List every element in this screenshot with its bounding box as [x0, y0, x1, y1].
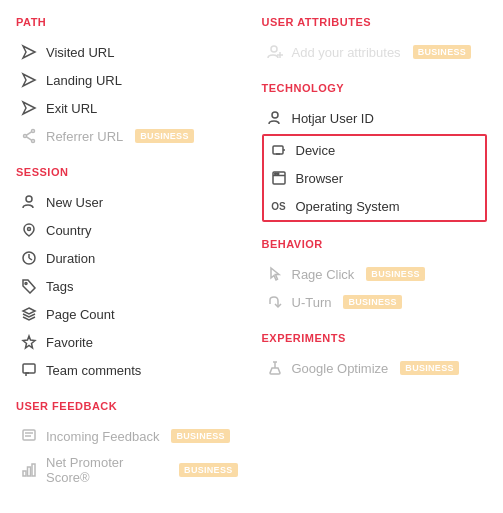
path-section-title: PATH — [16, 16, 242, 28]
comment-icon — [20, 361, 38, 379]
session-section-title: SESSION — [16, 166, 242, 178]
experiments-section: Google Optimize BUSINESS — [262, 354, 488, 382]
person-icon-2 — [266, 109, 284, 127]
incoming-feedback-item: Incoming Feedback BUSINESS — [16, 422, 242, 450]
feedback-icon — [20, 427, 38, 445]
team-comments-label: Team comments — [46, 363, 141, 378]
add-attributes-item: Add your attributes BUSINESS — [262, 38, 488, 66]
google-optimize-item: Google Optimize BUSINESS — [262, 354, 488, 382]
rage-click-label: Rage Click — [292, 267, 355, 282]
referrer-url-item: Referrer URL BUSINESS — [16, 122, 242, 150]
tags-item[interactable]: Tags — [16, 272, 242, 300]
referrer-url-label: Referrer URL — [46, 129, 123, 144]
svg-line-12 — [29, 258, 32, 260]
operating-system-label: Operating System — [296, 199, 400, 214]
hotjar-user-id-item[interactable]: Hotjar User ID — [262, 104, 488, 132]
uturn-icon — [266, 293, 284, 311]
svg-marker-1 — [23, 74, 35, 86]
svg-point-9 — [28, 228, 31, 231]
chart-icon — [20, 461, 38, 479]
incoming-feedback-badge: BUSINESS — [171, 429, 229, 443]
visited-url-item[interactable]: Visited URL — [16, 38, 242, 66]
country-label: Country — [46, 223, 92, 238]
svg-point-26 — [272, 112, 278, 118]
clock-icon — [20, 249, 38, 267]
google-optimize-label: Google Optimize — [292, 361, 389, 376]
team-comments-item[interactable]: Team comments — [16, 356, 242, 384]
google-optimize-badge: BUSINESS — [400, 361, 458, 375]
tags-label: Tags — [46, 279, 73, 294]
svg-marker-0 — [23, 46, 35, 58]
svg-point-5 — [32, 140, 35, 143]
share-icon — [20, 127, 38, 145]
svg-point-32 — [274, 173, 276, 175]
landing-url-item[interactable]: Landing URL — [16, 66, 242, 94]
hotjar-user-id-label: Hotjar User ID — [292, 111, 374, 126]
duration-item[interactable]: Duration — [16, 244, 242, 272]
svg-rect-27 — [273, 146, 283, 154]
navigate-icon-3 — [20, 99, 38, 117]
svg-point-3 — [32, 130, 35, 133]
browser-item[interactable]: Browser — [264, 164, 486, 192]
svg-point-13 — [25, 283, 27, 285]
path-section: Visited URL Landing URL Exit URL — [16, 38, 242, 150]
behavior-section-title: BEHAVIOR — [262, 238, 488, 250]
add-attributes-badge: BUSINESS — [413, 45, 471, 59]
highlighted-technology-group: Device Browser OS Operatin — [262, 134, 488, 222]
behavior-section: Rage Click BUSINESS U-Turn BUSINESS — [262, 260, 488, 316]
user-attributes-section-title: USER ATTRIBUTES — [262, 16, 488, 28]
exit-url-label: Exit URL — [46, 101, 97, 116]
page-count-label: Page Count — [46, 307, 115, 322]
svg-marker-14 — [23, 308, 35, 314]
rage-click-item: Rage Click BUSINESS — [262, 260, 488, 288]
svg-line-7 — [27, 137, 32, 140]
net-promoter-score-item: Net Promoter Score® BUSINESS — [16, 450, 242, 490]
experiments-section-title: EXPERIMENTS — [262, 332, 488, 344]
svg-marker-15 — [23, 336, 35, 348]
experiment-icon — [266, 359, 284, 377]
svg-point-8 — [26, 196, 32, 202]
svg-rect-22 — [32, 464, 35, 476]
device-icon — [270, 141, 288, 159]
svg-point-23 — [271, 46, 277, 52]
os-icon: OS — [270, 197, 288, 215]
user-attributes-section: Add your attributes BUSINESS — [262, 38, 488, 66]
favorite-label: Favorite — [46, 335, 93, 350]
exit-url-item[interactable]: Exit URL — [16, 94, 242, 122]
u-turn-badge: BUSINESS — [343, 295, 401, 309]
svg-rect-17 — [23, 430, 35, 440]
svg-point-4 — [24, 135, 27, 138]
rage-click-badge: BUSINESS — [366, 267, 424, 281]
svg-line-6 — [27, 132, 32, 135]
device-item[interactable]: Device — [264, 136, 486, 164]
svg-rect-21 — [28, 467, 31, 476]
location-icon — [20, 221, 38, 239]
operating-system-item[interactable]: OS Operating System — [264, 192, 486, 220]
person-add-icon — [266, 43, 284, 61]
technology-section: Hotjar User ID Device — [262, 104, 488, 222]
cursor-icon — [266, 265, 284, 283]
navigate-icon — [20, 43, 38, 61]
country-item[interactable]: Country — [16, 216, 242, 244]
star-icon — [20, 333, 38, 351]
user-feedback-section-title: USER FEEDBACK — [16, 400, 242, 412]
right-column: USER ATTRIBUTES Add your attributes BUSI… — [262, 16, 488, 490]
incoming-feedback-label: Incoming Feedback — [46, 429, 159, 444]
browser-label: Browser — [296, 171, 344, 186]
browser-icon — [270, 169, 288, 187]
favorite-item[interactable]: Favorite — [16, 328, 242, 356]
landing-url-label: Landing URL — [46, 73, 122, 88]
new-user-label: New User — [46, 195, 103, 210]
left-column: PATH Visited URL Landing URL — [16, 16, 242, 490]
u-turn-item: U-Turn BUSINESS — [262, 288, 488, 316]
referrer-url-badge: BUSINESS — [135, 129, 193, 143]
layers-icon — [20, 305, 38, 323]
svg-marker-2 — [23, 102, 35, 114]
new-user-item[interactable]: New User — [16, 188, 242, 216]
net-promoter-score-label: Net Promoter Score® — [46, 455, 167, 485]
user-feedback-section: Incoming Feedback BUSINESS Net Promoter … — [16, 422, 242, 490]
navigate-icon-2 — [20, 71, 38, 89]
add-attributes-label: Add your attributes — [292, 45, 401, 60]
u-turn-label: U-Turn — [292, 295, 332, 310]
page-count-item[interactable]: Page Count — [16, 300, 242, 328]
